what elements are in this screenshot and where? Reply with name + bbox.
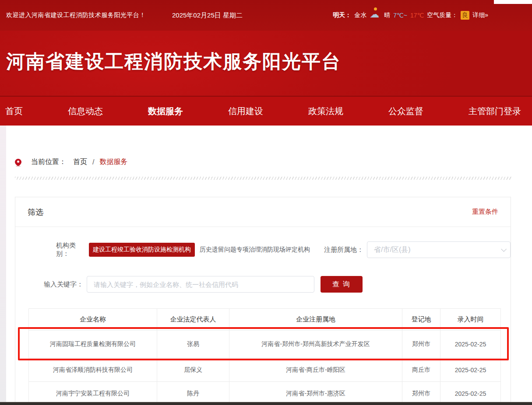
cell-legal-rep: 陈丹 xyxy=(157,382,229,405)
nav-item-news[interactable]: 信息动态 xyxy=(68,105,103,117)
breadcrumb-separator: / xyxy=(92,158,94,166)
nav-item-home[interactable]: 首页 xyxy=(5,105,23,117)
results-table: 企业名称 企业法定代表人 企业注册属地 登记地 录入时间 河南固瑞工程质量检测有… xyxy=(28,308,501,405)
location-pin-icon xyxy=(15,159,21,165)
cell-entry-date: 2025-02-25 xyxy=(440,331,501,358)
temp-low: 7℃~ xyxy=(393,12,407,19)
table-row[interactable]: 河南省泽顺消防科技有限公司 屈保义 河南省-商丘市-睢阳区 商丘市 2025-0… xyxy=(29,358,501,382)
region-select[interactable]: 省/市/区(县) xyxy=(367,241,511,258)
weather-detail-link[interactable]: 详细» xyxy=(472,11,488,19)
cell-company: 河南宇宁安装工程有限公司 xyxy=(29,382,157,405)
cell-reg-addr: 河南省-郑州市-郑州高新技术产业开发区 xyxy=(229,331,402,358)
nav-item-admin-login[interactable]: 主管部门登录 xyxy=(469,105,521,117)
cell-reg-city: 商丘市 xyxy=(402,358,440,382)
search-button[interactable]: 查 询 xyxy=(321,276,363,293)
page-left-strip xyxy=(0,126,6,405)
main-nav: 首页 信息动态 数据服务 信用建设 政策法规 公众监督 主管部门登录 xyxy=(0,96,532,126)
cell-legal-rep: 张易 xyxy=(157,331,229,358)
breadcrumb-home[interactable]: 首页 xyxy=(73,157,87,167)
category-option-other[interactable]: 历史遗留问题专项治理消防现场评定机构 xyxy=(200,246,310,254)
cell-entry-date: 2025-02-25 xyxy=(440,358,501,382)
region-label: 注册所属地： xyxy=(324,246,363,254)
filter-panel: 筛选 重置条件 机构类别： 建设工程竣工验收消防设施检测机构 历史遗留问题专项治… xyxy=(15,197,511,405)
cell-entry-date: 2025-02-25 xyxy=(440,382,501,405)
col-header-company: 企业名称 xyxy=(29,309,157,331)
reset-filters-link[interactable]: 重置条件 xyxy=(472,208,498,216)
cell-legal-rep: 屈保义 xyxy=(157,358,229,382)
nav-item-credit[interactable]: 信用建设 xyxy=(228,105,263,117)
table-row[interactable]: 河南宇宁安装工程有限公司 陈丹 河南省-郑州市-惠济区 郑州市 2025-02-… xyxy=(29,382,501,405)
top-info-bar: 欢迎进入河南省建设工程消防技术服务阳光平台！ 2025年02月25日 星期二 明… xyxy=(0,0,532,31)
keyword-filter-row: 输入关键字： 查 询 xyxy=(15,276,511,293)
col-header-reg-city: 登记地 xyxy=(402,309,440,331)
weather-district[interactable]: 金水 xyxy=(354,11,366,19)
cell-company: 河南省泽顺消防科技有限公司 xyxy=(29,358,157,382)
date-text: 2025年02月25日 星期二 xyxy=(172,11,243,20)
category-filter-row: 机构类别： 建设工程竣工验收消防设施检测机构 历史遗留问题专项治理消防现场评定机… xyxy=(15,241,511,258)
breadcrumb-label: 当前位置： xyxy=(31,157,66,167)
cell-reg-city: 郑州市 xyxy=(402,382,440,405)
filter-panel-header: 筛选 重置条件 xyxy=(15,197,511,227)
cell-reg-addr: 河南省-商丘市-睢阳区 xyxy=(229,358,402,382)
col-header-legal-rep: 企业法定代表人 xyxy=(157,309,229,331)
aqi-label: 空气质量： xyxy=(427,11,458,19)
chevron-down-icon xyxy=(501,246,507,252)
keyword-input[interactable] xyxy=(87,276,314,293)
nav-item-policy[interactable]: 政策法规 xyxy=(308,105,343,117)
table-header-row: 企业名称 企业法定代表人 企业注册属地 登记地 录入时间 xyxy=(29,309,501,331)
site-title: 河南省建设工程消防技术服务阳光平台 xyxy=(6,49,341,74)
weather-label: 明天： xyxy=(333,11,351,19)
window-corner xyxy=(494,0,532,4)
site-header: 河南省建设工程消防技术服务阳光平台 xyxy=(0,31,532,96)
col-header-reg-addr: 企业注册属地 xyxy=(229,309,402,331)
nav-item-data-service[interactable]: 数据服务 xyxy=(148,105,183,117)
nav-item-supervision[interactable]: 公众监督 xyxy=(388,105,423,117)
cell-reg-addr: 河南省-郑州市-惠济区 xyxy=(229,382,402,405)
cell-company: 河南固瑞工程质量检测有限公司 xyxy=(29,331,157,358)
breadcrumb: 当前位置： 首页 / 数据服务 xyxy=(15,157,127,167)
temp-high: 17℃ xyxy=(410,12,424,19)
keyword-label: 输入关键字： xyxy=(44,280,83,289)
category-option-selected[interactable]: 建设工程竣工验收消防设施检测机构 xyxy=(89,243,195,257)
welcome-text: 欢迎进入河南省建设工程消防技术服务阳光平台！ xyxy=(6,11,146,19)
filter-title: 筛选 xyxy=(28,207,43,217)
table-row[interactable]: 河南固瑞工程质量检测有限公司 张易 河南省-郑州市-郑州高新技术产业开发区 郑州… xyxy=(29,331,501,358)
category-label: 机构类别： xyxy=(56,241,88,258)
slash-divider xyxy=(15,177,512,180)
weather-condition: 晴 xyxy=(384,11,390,19)
cloud-icon: ☁ xyxy=(370,10,381,20)
cell-reg-city: 郑州市 xyxy=(402,331,440,358)
footer-bar xyxy=(0,402,532,405)
weather-widget: 明天： 金水 ☁ 晴 7℃~ 17℃ 空气质量： 良 详细» xyxy=(333,10,488,20)
breadcrumb-current: 数据服务 xyxy=(99,157,127,167)
aqi-badge: 良 xyxy=(461,11,469,20)
region-select-placeholder: 省/市/区(县) xyxy=(374,245,411,255)
col-header-entry-date: 录入时间 xyxy=(440,309,501,331)
